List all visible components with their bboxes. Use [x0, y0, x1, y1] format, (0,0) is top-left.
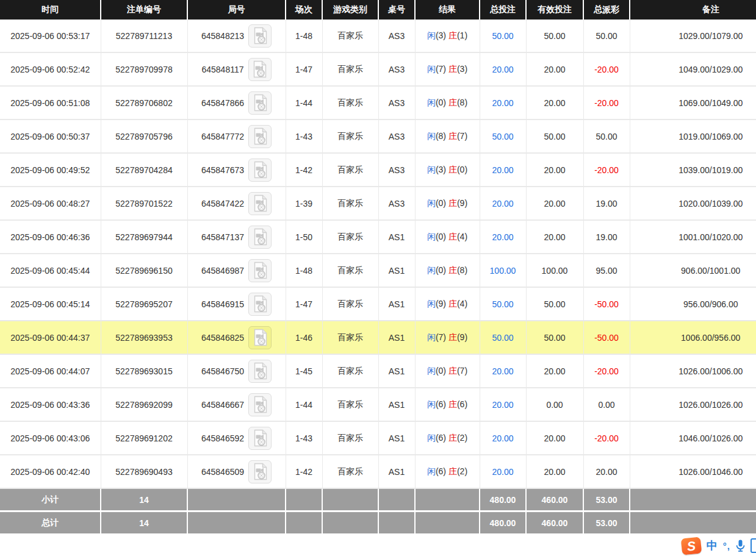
video-replay-button[interactable]	[248, 192, 272, 215]
cell-total-payout: 50.00	[583, 119, 630, 153]
microphone-icon[interactable]	[736, 540, 745, 552]
result-banker-label: 庄	[448, 366, 457, 376]
total-bet-link[interactable]: 50.00	[492, 333, 513, 343]
cell-valid-bet: 20.00	[526, 153, 583, 187]
grand-total-label: 总计	[0, 511, 101, 535]
ime-punctuation-toggle[interactable]: °,	[723, 541, 730, 551]
cell-table-no: AS3	[378, 20, 415, 52]
col-header-bet-id: 注单编号	[101, 0, 187, 20]
sogou-ime-logo-icon[interactable]: S	[681, 536, 702, 555]
grand-total-valid-bet: 460.00	[526, 511, 583, 535]
result-player-label: 闲	[427, 165, 436, 174]
total-bet-link[interactable]: 20.00	[492, 165, 513, 175]
result-banker-label: 庄	[448, 466, 457, 476]
total-bet-link[interactable]: 20.00	[492, 467, 513, 477]
result-player-score: (7)	[436, 332, 446, 342]
video-replay-button[interactable]	[248, 159, 272, 182]
cell-time: 2025-09-06 00:49:52	[0, 153, 101, 187]
subtotal-payout: 53.00	[583, 488, 630, 511]
video-replay-button[interactable]	[248, 326, 272, 349]
result-banker-score: (7)	[457, 131, 467, 141]
cell-time: 2025-09-06 00:48:27	[0, 187, 101, 220]
total-bet-link[interactable]: 20.00	[492, 400, 513, 410]
cell-total-payout: -20.00	[583, 86, 630, 119]
total-bet-link[interactable]: 20.00	[492, 199, 513, 208]
grand-total-total-bet: 480.00	[480, 511, 526, 535]
cell-remark: 1026.00/1046.00	[630, 455, 756, 488]
cell-game-type: 百家乐	[322, 86, 378, 119]
cell-valid-bet: 100.00	[526, 254, 583, 287]
cell-remark: 1020.00/1039.00	[630, 187, 756, 220]
cell-result: 闲(9) 庄(4)	[415, 287, 480, 321]
video-replay-button[interactable]	[248, 125, 272, 148]
table-body: 2025-09-06 00:53:17 522789711213 6458482…	[0, 20, 756, 488]
cell-remark: 1026.00/1026.00	[630, 388, 756, 421]
total-bet-link[interactable]: 50.00	[492, 299, 513, 309]
cell-session: 1-42	[286, 455, 322, 488]
video-replay-button[interactable]	[248, 393, 272, 416]
round-number: 645847866	[201, 98, 244, 108]
total-bet-link[interactable]: 50.00	[492, 132, 513, 141]
cell-total-payout: 20.00	[583, 455, 630, 488]
cell-bet-id: 522789691202	[101, 421, 187, 455]
table-row: 2025-09-06 00:42:40 522789690493 6458465…	[0, 455, 756, 488]
video-replay-button[interactable]	[248, 91, 272, 115]
cell-round: 645847137	[187, 220, 286, 254]
video-file-icon	[253, 161, 268, 179]
round-number: 645846915	[201, 299, 244, 309]
cell-round: 645846750	[187, 354, 286, 388]
cell-total-bet: 50.00	[480, 321, 526, 354]
result-banker-label: 庄	[448, 30, 457, 40]
video-replay-button[interactable]	[248, 360, 272, 383]
cell-time: 2025-09-06 00:44:07	[0, 354, 101, 388]
cell-valid-bet: 20.00	[526, 455, 583, 488]
cell-round: 645846592	[187, 421, 286, 455]
cell-game-type: 百家乐	[322, 254, 378, 287]
result-player-label: 闲	[427, 198, 436, 208]
total-bet-link[interactable]: 20.00	[492, 232, 513, 242]
total-bet-link[interactable]: 20.00	[492, 366, 513, 376]
video-replay-button[interactable]	[248, 226, 272, 249]
result-banker-score: (8)	[457, 265, 467, 275]
total-bet-link[interactable]: 20.00	[492, 433, 513, 443]
result-banker-label: 庄	[448, 433, 457, 443]
cell-valid-bet: 20.00	[526, 187, 583, 220]
cell-remark: 1029.00/1079.00	[630, 20, 756, 52]
cell-total-payout: -50.00	[583, 287, 630, 321]
result-player-label: 闲	[427, 332, 436, 342]
result-banker-score: (3)	[457, 64, 467, 74]
video-replay-button[interactable]	[248, 427, 272, 450]
cell-time: 2025-09-06 00:50:37	[0, 119, 101, 153]
video-replay-button[interactable]	[248, 58, 272, 81]
total-bet-link[interactable]: 20.00	[492, 98, 513, 108]
ime-chinese-mode-toggle[interactable]: 中	[707, 538, 718, 553]
total-bet-link[interactable]: 50.00	[492, 31, 513, 41]
total-bet-link[interactable]: 100.00	[490, 266, 516, 276]
result-banker-score: (8)	[457, 98, 467, 107]
video-replay-button[interactable]	[248, 460, 272, 483]
result-banker-label: 庄	[448, 299, 457, 308]
table-row: 2025-09-06 00:44:37 522789693953 6458468…	[0, 321, 756, 354]
cell-total-bet: 20.00	[480, 220, 526, 254]
cell-total-payout: -20.00	[583, 421, 630, 455]
ime-keyboard-icon-partial[interactable]	[751, 538, 756, 553]
result-player-score: (0)	[436, 265, 446, 275]
cell-total-bet: 20.00	[480, 86, 526, 119]
cell-table-no: AS1	[378, 287, 415, 321]
result-player-score: (6)	[436, 466, 446, 476]
video-replay-button[interactable]	[248, 293, 272, 316]
grand-total-count: 14	[101, 511, 187, 535]
cell-session: 1-42	[286, 153, 322, 187]
video-replay-button[interactable]	[248, 24, 272, 48]
table-footer: 小计 14 480.00 460.00 53.00 总计 14 480.00 4…	[0, 488, 756, 535]
cell-total-bet: 100.00	[480, 254, 526, 287]
cell-result: 闲(3) 庄(0)	[415, 153, 480, 187]
cell-time: 2025-09-06 00:43:36	[0, 388, 101, 421]
video-file-icon	[253, 27, 268, 45]
video-replay-button[interactable]	[248, 259, 272, 282]
cell-session: 1-48	[286, 20, 322, 52]
col-header-round: 局号	[187, 0, 286, 20]
cell-table-no: AS3	[378, 86, 415, 119]
total-bet-link[interactable]: 20.00	[492, 65, 513, 74]
cell-session: 1-44	[286, 86, 322, 119]
